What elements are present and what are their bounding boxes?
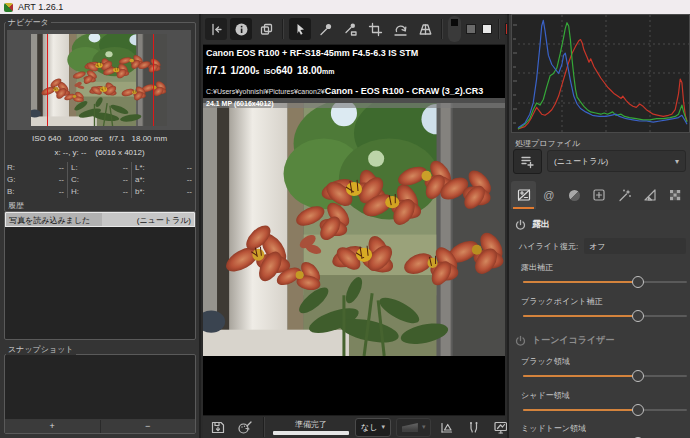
navigator-coordinates: x: --, y: -- (6016 x 4012) [0,148,199,157]
black-point-slider[interactable] [523,309,687,323]
tone-equalizer-section-header[interactable]: トーンイコライザー [515,334,614,347]
megapixel-info: 24.1 MP (6016x4012) [203,100,274,107]
crop-icon [368,22,383,37]
blacks-area-slider[interactable] [523,369,687,383]
gradient-icon [402,422,418,432]
r-label: R: [7,162,15,174]
image-canvas-area[interactable]: Canon EOS R100 + RF-S18-45mm F4.5-6.3 IS… [203,45,505,415]
crop-tool-button[interactable] [364,18,386,40]
tab-exposure[interactable] [511,181,536,209]
shutter-value: 1/200 [230,65,255,76]
aperture-value: f/7.1 [206,65,226,76]
slider-track [523,409,687,411]
slider-track [523,281,687,283]
tab-detail[interactable]: @ [536,181,561,209]
profile-fill-button[interactable] [513,149,542,174]
window-title: ART 1.26.1 [18,2,63,12]
toolbar-separator [282,19,284,39]
tab-transform[interactable] [637,181,662,209]
focal-length-value: 18.00 [297,65,322,76]
exposure-tab-icon [516,187,532,203]
add-snapshot-button[interactable]: + [5,420,100,433]
exposure-compensation-slider[interactable] [523,275,687,289]
c-label: C: [71,174,79,186]
remove-snapshot-button[interactable]: − [100,420,196,433]
gamut-triangle-icon [439,420,455,435]
chevron-down-icon: ▾ [381,423,385,431]
photo-canvas[interactable] [203,103,505,356]
photo-image [203,103,505,356]
history-list: 写真を読み込みました (ニュートラル) [4,211,196,340]
before-after-icon [259,22,274,37]
shadows-area-slider[interactable] [523,403,687,417]
highlight-reconstruction-select[interactable]: オフ [584,238,686,254]
toolbar-separator [498,19,500,39]
highlight-clipping-toggle[interactable] [480,23,493,36]
tab-raw[interactable] [663,181,688,209]
soft-proof-button[interactable] [463,418,485,437]
g-value: -- [15,174,64,186]
l-label: L: [71,162,78,174]
exposure-section-header[interactable]: 露出 [515,218,550,231]
chevron-down-icon: ▾ [422,423,426,431]
eyedropper-icon [318,22,333,37]
color-label-value: なし [361,422,377,433]
perspective-tool-button[interactable] [414,18,436,40]
table-row: G:-- C:-- a*:-- [4,174,195,186]
straighten-tool-button[interactable] [389,18,411,40]
shadow-highlight-clipping-toggle[interactable] [448,16,461,42]
tab-local-editing[interactable] [587,181,612,209]
b-label: B: [7,186,15,198]
before-after-button[interactable] [255,18,277,40]
curve-mode-select[interactable]: ▾ [396,418,432,437]
slider-knob[interactable] [632,404,644,416]
navigator-value-table: R:-- L:-- L*:-- G:-- C:-- a*:-- B:-- H:-… [4,162,195,198]
wb-picker-tool-button[interactable] [339,18,361,40]
external-editor-button[interactable] [234,418,256,437]
slider-knob[interactable] [632,370,644,382]
navigator-thumbnail[interactable] [31,34,167,126]
histogram-chart [512,15,689,132]
slider-knob[interactable] [632,276,644,288]
slider-knob[interactable] [632,310,644,322]
astar-value: -- [145,174,192,186]
right-panel: 処理プロファイル (ニュートラル) ▾ @ [507,14,690,438]
iso-label: ISO [264,68,276,75]
raw-tab-icon [667,187,683,203]
shadows-area-label: シャドー領域 [521,390,570,401]
local-editing-tab-icon [591,187,607,203]
gamut-check-button[interactable] [436,418,458,437]
power-icon [515,219,526,230]
image-info-button[interactable] [230,18,252,40]
color-label-select[interactable]: なし ▾ [355,418,391,437]
profile-selected-value: (ニュートラル) [554,156,675,167]
editor-toolbar [203,14,505,45]
tab-color[interactable] [562,181,587,209]
profile-select[interactable]: (ニュートラル) ▾ [547,150,686,172]
view-guide-right [153,34,154,126]
rotate-icon [393,22,408,37]
toolbar-separator [441,19,443,39]
snapshots-list[interactable] [5,355,195,419]
color-picker-tool-button[interactable] [314,18,336,40]
histogram-panel[interactable] [511,14,690,133]
lstar-value: -- [145,162,192,174]
highlight-reconstruction-row: ハイライト復元: オフ [519,238,686,254]
navigator-thumbnail-area [7,30,191,130]
slider-track [523,375,687,377]
art-application-window: ART 1.26.1 ナビゲータ ISO 640 1/200 sec f/7.1… [0,0,690,438]
highlight-square-icon [482,24,492,34]
lstar-label: L*: [135,162,145,174]
pointer-tool-button[interactable] [289,18,311,40]
save-image-button[interactable] [207,418,229,437]
thumbnail-photo [31,34,167,126]
toolbar-separator [263,417,265,437]
tab-effects[interactable] [612,181,637,209]
hide-left-panel-button[interactable] [205,18,227,40]
bstar-value: -- [145,186,192,198]
table-row: R:-- L:-- L*:-- [4,162,195,174]
power-icon [515,335,526,346]
shadow-clipping-toggle[interactable] [464,23,477,36]
history-entry-selected[interactable]: 写真を読み込みました (ニュートラル) [5,212,195,227]
exposure-compensation-label: 露出補正 [521,262,553,273]
